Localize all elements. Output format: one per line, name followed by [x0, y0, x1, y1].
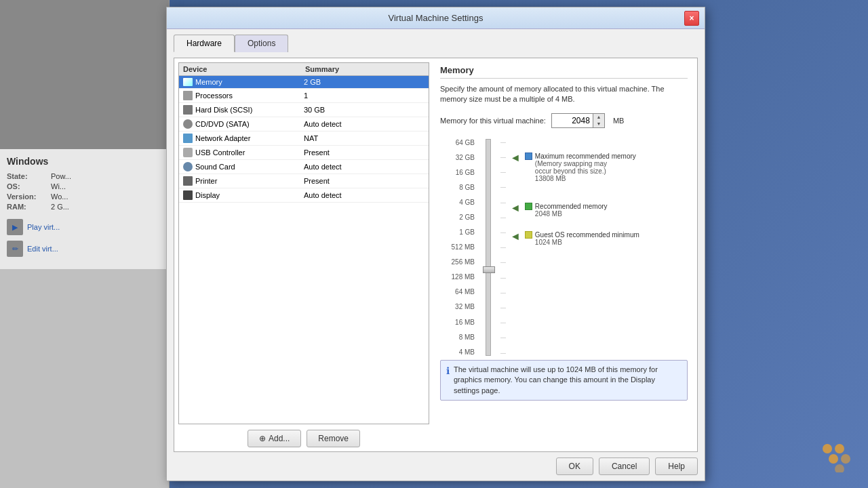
vm-version-label: Version: [7, 192, 51, 201]
memory-scale-labels: 64 GB 32 GB 16 GB 8 GB 4 GB 2 GB 1 GB 51… [440, 139, 477, 356]
memory-increment-button[interactable]: ▲ [593, 114, 604, 121]
device-col-header: Device [183, 65, 305, 73]
info-icon: ℹ [446, 365, 450, 376]
guest-min-value: 1024 MB [535, 239, 639, 246]
info-bar: ℹ The virtual machine will use up to 102… [440, 360, 688, 401]
usb-icon [183, 148, 193, 157]
vm-version-value: Wo... [51, 192, 68, 201]
label-128mb: 128 MB [452, 273, 475, 281]
label-512mb: 512 MB [452, 243, 475, 251]
processors-device-name: Processors [195, 92, 304, 100]
memory-summary: 2 GB [304, 78, 321, 86]
device-row-memory[interactable]: Memory 2 GB [179, 76, 429, 89]
vm-name: Windows [7, 156, 162, 167]
memory-value-input[interactable] [552, 115, 593, 127]
label-4gb: 4 GB [459, 199, 475, 206]
svg-point-0 [823, 444, 832, 453]
play-vm-button[interactable]: ▶ Play virt... [7, 219, 162, 235]
guest-min-legend: Guest OS recommended minimum 1024 MB [525, 231, 639, 246]
vm-os-value: Wi... [51, 182, 66, 190]
sound-device-name: Sound Card [195, 163, 304, 171]
info-text: The virtual machine will use up to 1024 … [454, 365, 682, 396]
tick-marks: — — — — — — — — — — — — — — — [499, 139, 507, 356]
virtual-machine-settings-dialog: Virtual Machine Settings × Hardware Opti… [166, 7, 705, 481]
network-icon [183, 134, 193, 143]
device-row-network[interactable]: Network Adapter NAT [179, 131, 429, 146]
device-row-display[interactable]: Display Auto detect [179, 188, 429, 203]
harddisk-summary: 30 GB [304, 106, 325, 114]
max-rec-color-square [525, 152, 532, 160]
left-panel: Windows State: Pow... OS: Wi... Version:… [0, 0, 170, 488]
dialog-title: Virtual Machine Settings [187, 13, 684, 23]
label-64gb: 64 GB [456, 139, 475, 146]
max-rec-arrow-icon: ◄ [510, 152, 521, 163]
tab-hardware[interactable]: Hardware [174, 35, 235, 52]
rec-arrow-row: ◄ Recommended memory 2048 MB [510, 203, 639, 218]
memory-decrement-button[interactable]: ▼ [593, 121, 604, 127]
device-table-header: Device Summary [179, 63, 429, 76]
display-summary: Auto detect [304, 191, 342, 199]
memory-panel: Memory Specify the amount of memory allo… [435, 62, 693, 447]
vm-ram-label: RAM: [7, 203, 51, 211]
max-rec-color-label: Maximum recommended memory [525, 152, 636, 160]
harddisk-device-name: Hard Disk (SCSI) [195, 106, 304, 114]
usb-summary: Present [304, 148, 330, 157]
remove-device-button[interactable]: Remove [307, 430, 360, 447]
add-device-button[interactable]: ⊕ Add... [248, 430, 301, 447]
cancel-button[interactable]: Cancel [599, 458, 650, 475]
memory-title: Memory [440, 65, 688, 79]
content-area: Device Summary Memory 2 GB Processors 1 [174, 58, 698, 452]
device-row-processors[interactable]: Processors 1 [179, 89, 429, 103]
rec-value: 2048 MB [535, 210, 608, 218]
edit-vm-button[interactable]: ✏ Edit virt... [7, 241, 162, 257]
spacer-top [510, 139, 639, 152]
printer-device-name: Printer [195, 177, 304, 185]
label-8mb: 8 MB [459, 333, 475, 341]
slider-track-container [477, 139, 499, 356]
usb-device-name: USB Controller [195, 148, 304, 157]
device-row-harddisk[interactable]: Hard Disk (SCSI) 30 GB [179, 103, 429, 117]
close-button[interactable]: × [684, 11, 699, 26]
device-row-usb[interactable]: USB Controller Present [179, 146, 429, 160]
memory-input-label: Memory for this virtual machine: [440, 117, 546, 125]
vm-actions: ▶ Play virt... ✏ Edit virt... [7, 219, 162, 257]
guest-min-arrow-icon: ◄ [510, 231, 521, 242]
memory-slider-area: 64 GB 32 GB 16 GB 8 GB 4 GB 2 GB 1 GB 51… [440, 139, 688, 356]
play-vm-label: Play virt... [27, 223, 60, 231]
ok-button[interactable]: OK [556, 458, 593, 475]
memory-slider-thumb[interactable] [483, 266, 495, 273]
device-row-sound[interactable]: Sound Card Auto detect [179, 160, 429, 174]
help-button[interactable]: Help [655, 458, 698, 475]
vm-state-value: Pow... [51, 172, 71, 180]
vm-os-row: OS: Wi... [7, 182, 162, 190]
display-device-name: Display [195, 191, 304, 199]
memory-spinner: ▲ ▼ [593, 114, 604, 127]
vm-state-label: State: [7, 172, 51, 180]
vm-ram-value: 2 G... [51, 203, 69, 211]
memory-input-group: ▲ ▼ [551, 113, 605, 128]
vm-os-label: OS: [7, 182, 51, 190]
memory-icon [183, 78, 193, 86]
device-table: Device Summary Memory 2 GB Processors 1 [178, 62, 429, 424]
display-icon [183, 190, 193, 200]
add-icon: ⊕ [259, 434, 266, 443]
device-row-printer[interactable]: Printer Present [179, 174, 429, 188]
guest-min-label: Guest OS recommended minimum [535, 231, 639, 239]
tick-2: — [500, 169, 506, 175]
memory-input-row: Memory for this virtual machine: ▲ ▼ MB [440, 113, 688, 128]
vm-info-panel: Windows State: Pow... OS: Wi... Version:… [0, 149, 169, 269]
max-rec-arrow-row: ◄ Maximum recommended memory (Memory swa… [510, 152, 639, 182]
rec-color-label: Recommended memory [525, 203, 608, 210]
device-row-cdvd[interactable]: CD/DVD (SATA) Auto detect [179, 117, 429, 131]
vm-ram-row: RAM: 2 G... [7, 203, 162, 211]
cdvd-summary: Auto detect [304, 120, 342, 128]
spacer-bottom [510, 246, 639, 356]
guest-min-color-square [525, 231, 532, 239]
spacer-mid2 [510, 218, 639, 231]
processor-icon [183, 91, 193, 100]
tab-options[interactable]: Options [235, 35, 288, 52]
max-rec-legend: Maximum recommended memory (Memory swapp… [525, 152, 636, 182]
label-4mb: 4 MB [459, 348, 475, 356]
sound-icon [183, 162, 193, 171]
rec-legend: Recommended memory 2048 MB [525, 203, 608, 218]
